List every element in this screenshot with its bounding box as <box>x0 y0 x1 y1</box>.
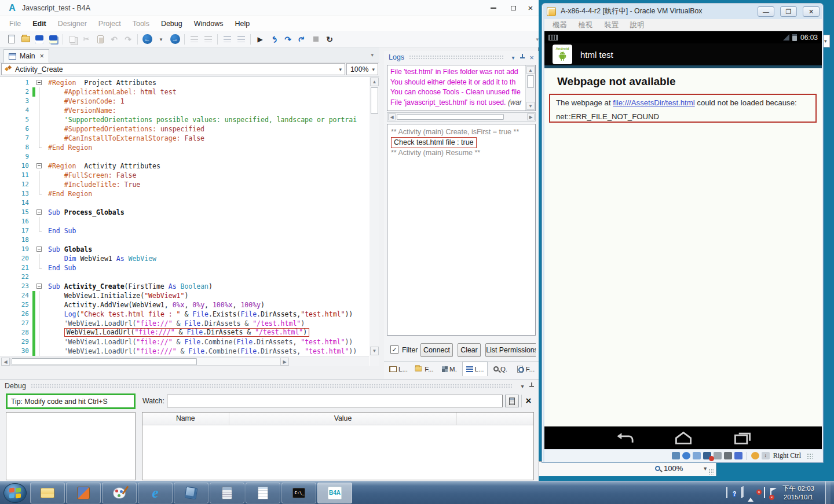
code-line[interactable]: 7 #CanInstallToExternalStorage: False <box>0 134 369 143</box>
open-project-button[interactable] <box>19 32 32 46</box>
pin-icon[interactable] <box>527 382 536 389</box>
code-line[interactable]: 23Sub Activity_Create(FirstTime As Boole… <box>0 282 369 291</box>
menu-project[interactable]: Project <box>93 17 127 30</box>
code-line[interactable]: 15Sub Process_Globals <box>0 208 369 217</box>
tab-close-icon[interactable]: × <box>40 52 44 60</box>
navigate-back-dropdown-button[interactable]: ▾ <box>154 32 168 46</box>
uncomment-button[interactable] <box>234 32 248 46</box>
code-line[interactable]: 24 WebView1.Initialize("WebView1") <box>0 291 369 300</box>
column-name[interactable]: Name <box>142 413 229 425</box>
save-all-button[interactable] <box>46 32 60 46</box>
close-button[interactable]: ✕ <box>803 6 820 17</box>
line-number[interactable]: 27 <box>0 319 32 328</box>
close-button[interactable]: × <box>522 2 539 14</box>
recents-button[interactable] <box>730 432 755 444</box>
code-editor[interactable]: 1#Region Project Attributes2 #Applicatio… <box>0 76 379 366</box>
step-over-button[interactable]: ↷ <box>281 32 295 46</box>
step-out-button[interactable]: ↷ <box>295 32 309 46</box>
outdent-button[interactable] <box>187 32 201 46</box>
code-line[interactable]: 29 'WebView1.LoadUrl("file://" & File.Co… <box>0 337 369 347</box>
code-line[interactable]: 26 Log("Check test.html file : " & File.… <box>0 310 369 319</box>
collapse-icon[interactable] <box>36 80 42 85</box>
network-icon[interactable] <box>703 452 711 459</box>
clear-button[interactable]: Clear <box>458 343 481 357</box>
undo-button[interactable]: ↶ <box>107 32 121 46</box>
code-line[interactable]: 2 #ApplicationLabel: html test <box>0 87 369 97</box>
resize-grip[interactable] <box>708 469 714 474</box>
start-button[interactable] <box>3 483 27 503</box>
collapse-icon[interactable] <box>36 163 42 168</box>
code-line[interactable]: 28 WebView1.LoadUrl("file:///" & File.Di… <box>0 328 369 337</box>
minimize-button[interactable] <box>485 2 502 14</box>
fold-toggle[interactable] <box>35 78 45 87</box>
code-line[interactable]: 18 <box>0 236 369 245</box>
code-line[interactable]: 16 <box>0 217 369 226</box>
line-number[interactable]: 22 <box>0 273 32 282</box>
calculator-taskbar-button[interactable] <box>210 483 244 503</box>
line-number[interactable]: 3 <box>0 97 32 106</box>
stop-button[interactable] <box>309 32 323 46</box>
editor-vertical-scrollbar[interactable]: ▲ ▼ <box>370 77 379 366</box>
fold-toggle[interactable] <box>35 208 45 217</box>
line-number[interactable]: 6 <box>0 124 32 134</box>
restart-button[interactable]: ↻ <box>323 32 336 46</box>
clear-watch-button[interactable]: × <box>521 395 535 407</box>
code-line[interactable]: 8#End Region <box>0 143 369 152</box>
window-restore-icon[interactable] <box>741 488 742 498</box>
line-number[interactable]: 12 <box>0 180 32 189</box>
warnings-scrollbar[interactable]: ▲ ▼ <box>525 65 535 111</box>
show-desktop-button[interactable] <box>825 481 831 504</box>
line-number[interactable]: 18 <box>0 236 32 245</box>
line-number[interactable]: 17 <box>0 226 32 236</box>
line-number[interactable]: 4 <box>0 106 32 115</box>
code-line[interactable]: 1#Region Project Attributes <box>0 78 369 87</box>
line-number[interactable]: 19 <box>0 245 32 254</box>
line-number[interactable]: 2 <box>0 87 32 97</box>
line-number[interactable]: 1 <box>0 78 32 87</box>
virtualbox-title-bar[interactable]: A-x86-4-4-r2 [執行中] - Oracle VM VirtualBo… <box>542 3 824 19</box>
chevron-down-icon[interactable]: ▼ <box>703 466 708 472</box>
indent-button[interactable] <box>201 32 215 46</box>
step-into-button[interactable]: ↶ <box>267 32 281 46</box>
close-icon[interactable]: × <box>527 53 536 62</box>
tool-tab-1[interactable]: F... <box>411 362 437 376</box>
menu-debug[interactable]: Debug <box>155 17 188 30</box>
resize-grip[interactable] <box>807 453 813 459</box>
evaluate-button[interactable] <box>505 395 519 407</box>
line-number[interactable]: 9 <box>0 152 32 161</box>
member-selector-combo[interactable]: Activity_Create ▾ <box>1 63 345 75</box>
hard-disk-icon[interactable] <box>672 452 680 459</box>
code-line[interactable]: 9 <box>0 152 369 161</box>
tab-main[interactable]: Main × <box>3 49 49 62</box>
editor-zoom-combo[interactable]: 100% ▾ <box>346 63 378 75</box>
comment-button[interactable] <box>220 32 234 46</box>
debug-variables-list[interactable] <box>6 412 136 480</box>
list-permissions-button[interactable]: List Permissions <box>485 343 536 357</box>
code-line[interactable]: 17End Sub <box>0 226 369 236</box>
code-line[interactable]: 20 Dim WebView1 As WebView <box>0 254 369 263</box>
collapse-icon[interactable] <box>36 284 42 289</box>
tool-tab-5[interactable]: F... <box>513 362 539 376</box>
b4a-taskbar-button[interactable]: B4A <box>317 483 352 503</box>
maximize-button[interactable] <box>505 2 521 14</box>
home-button[interactable] <box>671 432 696 444</box>
collapse-icon[interactable] <box>36 209 42 215</box>
help-icon[interactable]: ? <box>733 488 736 498</box>
line-number[interactable]: 30 <box>0 347 32 356</box>
compiler-warnings-box[interactable]: File 'test.html' in Files folder was not… <box>387 65 536 111</box>
command-prompt-taskbar-button[interactable]: C:\_ <box>281 483 316 503</box>
code-line[interactable]: 10#Region Activity Attributes <box>0 161 369 171</box>
watch-table[interactable]: Name Value <box>142 412 534 480</box>
shared-clipboard-pen-icon[interactable] <box>693 452 701 459</box>
line-number[interactable]: 15 <box>0 208 32 217</box>
code-line[interactable]: 27 'WebView1.LoadUrl("file://" & File.Di… <box>0 319 369 328</box>
line-number[interactable]: 29 <box>0 337 32 347</box>
line-number[interactable]: 28 <box>0 328 32 337</box>
panel-menu-icon[interactable]: ▾ <box>509 54 518 61</box>
back-button[interactable] <box>612 432 637 444</box>
column-value[interactable]: Value <box>229 413 458 425</box>
internet-explorer-taskbar-button[interactable]: e <box>138 483 173 503</box>
b4a-title-bar[interactable]: A Javascript_test - B4A × <box>0 0 539 16</box>
save-button[interactable] <box>32 32 46 46</box>
zoom-value[interactable]: 100% <box>664 464 683 473</box>
